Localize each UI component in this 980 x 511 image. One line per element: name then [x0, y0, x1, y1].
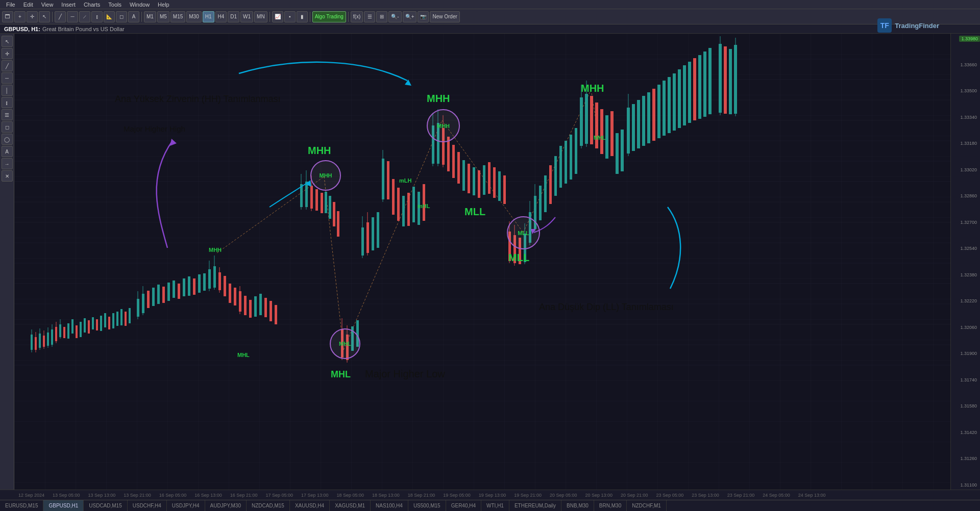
new-order-btn[interactable]: New Order	[430, 11, 459, 22]
tab-eurusd-m15[interactable]: EURUSD,M15	[0, 500, 43, 512]
tf-h1[interactable]: H1	[203, 11, 214, 22]
price-18: 1.31100	[952, 482, 979, 488]
delete-tool[interactable]: ✕	[2, 170, 13, 182]
menu-help[interactable]: Help	[154, 2, 174, 8]
annotation-mhh1-circle-text: MHH	[319, 172, 332, 178]
cursor-btn[interactable]: ↖	[39, 11, 50, 22]
draw-line-btn[interactable]: ╱	[55, 11, 66, 22]
templates-btn[interactable]: ☰	[364, 11, 375, 22]
chart-type-bar[interactable]: ▪	[284, 11, 296, 22]
tf-d1[interactable]: D1	[228, 11, 239, 22]
svg-rect-137	[483, 165, 485, 195]
tab-ger40-h4[interactable]: GER40,H4	[446, 500, 481, 512]
text-tool[interactable]: A	[2, 146, 13, 157]
screenshot-btn[interactable]: 📷	[418, 11, 429, 22]
arrow-tool[interactable]: →	[2, 158, 13, 169]
svg-rect-63	[162, 287, 165, 303]
new-chart-btn[interactable]: 🗖	[2, 11, 13, 22]
tab-nzdchf-m1[interactable]: NZDCHF,M1	[627, 500, 667, 512]
svg-rect-123	[423, 184, 425, 221]
menu-window[interactable]: Window	[126, 2, 154, 8]
menu-charts[interactable]: Charts	[80, 2, 104, 8]
annotation-mhh2-circle: MHH	[427, 109, 460, 142]
tf-m5[interactable]: M5	[157, 11, 169, 22]
tab-brn-m30[interactable]: BRN,M30	[594, 500, 627, 512]
hline-tool[interactable]: ─	[2, 72, 13, 84]
svg-rect-153	[539, 186, 542, 220]
tab-usdjpy-h4[interactable]: USDJPY,H4	[167, 500, 205, 512]
tab-nzdcad-m15[interactable]: NZDCAD,M15	[247, 500, 290, 512]
svg-rect-108	[361, 227, 364, 256]
menu-edit[interactable]: Edit	[19, 2, 37, 8]
tab-bnb-m30[interactable]: BNB,M30	[561, 500, 594, 512]
chart-type-candle[interactable]: ▮	[297, 11, 308, 22]
zoom-out-btn[interactable]: 🔍-	[388, 11, 401, 22]
svg-rect-97	[321, 193, 323, 213]
algo-trading-btn[interactable]: Algo Trading	[312, 11, 346, 22]
menu-file[interactable]: File	[2, 2, 19, 8]
time-4: 16 Sep 05:00	[155, 493, 191, 498]
channel-tool[interactable]: ⫿	[2, 97, 13, 108]
tab-xagusd-m1[interactable]: XAGUSD,M1	[330, 500, 371, 512]
menu-view[interactable]: View	[37, 2, 58, 8]
tf-mn[interactable]: MN	[254, 11, 267, 22]
price-17: 1.31260	[952, 456, 979, 461]
indicators-btn[interactable]: f(x)	[351, 11, 363, 22]
rect-tool[interactable]: ◻	[2, 121, 13, 133]
menu-insert[interactable]: Insert	[57, 2, 80, 8]
svg-rect-53	[120, 309, 122, 325]
tab-xauusd-h4[interactable]: XAUUSD,H4	[290, 500, 330, 512]
menu-tools[interactable]: Tools	[104, 2, 126, 8]
annotation-mll2-label: MLL	[508, 252, 529, 264]
tf-m1[interactable]: M1	[144, 11, 156, 22]
tab-nas100-h4[interactable]: NAS100,H4	[371, 500, 408, 512]
tab-gbpusd-h1[interactable]: GBPUSD,H1	[43, 500, 84, 512]
svg-rect-43	[80, 322, 82, 337]
tab-wti-h1[interactable]: WTI,H1	[481, 500, 509, 512]
draw-channel-btn[interactable]: ⫿	[91, 11, 103, 22]
svg-rect-39	[63, 327, 65, 338]
tf-m15[interactable]: M15	[170, 11, 185, 22]
tf-h4[interactable]: H4	[215, 11, 227, 22]
time-22: 24 Sep 13:00	[794, 493, 830, 498]
annotation-mhl-early-label: MHL	[237, 352, 250, 358]
svg-rect-133	[462, 160, 465, 191]
cursor-tool[interactable]: ↖	[2, 36, 13, 47]
annotation-mhl-label-left: MHL	[331, 369, 351, 380]
price-14: 1.31740	[952, 377, 979, 382]
crosshair-tool[interactable]: ✛	[2, 48, 13, 59]
line-tool[interactable]: ╱	[2, 60, 13, 71]
draw-fib-btn[interactable]: 📐	[104, 11, 115, 22]
grid-btn[interactable]: ⊞	[376, 11, 387, 22]
svg-rect-166	[595, 103, 598, 148]
draw-text-btn[interactable]: A	[128, 11, 139, 22]
tab-audjpy-m30[interactable]: AUDJPY,M30	[205, 500, 247, 512]
svg-rect-193	[729, 49, 732, 114]
crosshair-btn[interactable]: ✛	[27, 11, 38, 22]
tf-m30[interactable]: M30	[186, 11, 201, 22]
svg-rect-163	[585, 94, 588, 144]
tab-usdcad-m15[interactable]: USDCAD,M15	[84, 500, 127, 512]
annotation-mll-circle: MLL	[507, 216, 540, 249]
tab-ethereum-daily[interactable]: ETHEREUM,Daily	[509, 500, 561, 512]
logo-text: TradingFinder	[895, 22, 939, 30]
chart-type-line[interactable]: 📈	[272, 11, 283, 22]
price-6: 1.33020	[952, 167, 979, 172]
svg-rect-68	[188, 276, 190, 296]
vline-tool[interactable]: │	[2, 85, 13, 96]
ellipse-tool[interactable]: ◯	[2, 134, 13, 145]
fib-tool[interactable]: ☰	[2, 109, 13, 120]
chart-area[interactable]: Ana Yüksek Zirvenin (HH) Tanımlanması Ma…	[14, 34, 950, 490]
zoom-in-btn[interactable]: +	[14, 11, 26, 22]
draw-hline-btn[interactable]: ─	[67, 11, 78, 22]
zoom-in2-btn[interactable]: 🔍+	[403, 11, 417, 22]
tab-usdchf-h4[interactable]: USDCHF,H4	[128, 500, 167, 512]
tab-us500-m15[interactable]: US500,M15	[408, 500, 446, 512]
svg-rect-174	[632, 104, 635, 151]
svg-rect-62	[157, 285, 160, 304]
tf-w1[interactable]: W1	[240, 11, 253, 22]
svg-rect-157	[559, 146, 562, 188]
draw-shapes-btn[interactable]: ◻	[116, 11, 127, 22]
draw-trendline-btn[interactable]: ⟋	[79, 11, 90, 22]
svg-rect-50	[108, 317, 110, 329]
